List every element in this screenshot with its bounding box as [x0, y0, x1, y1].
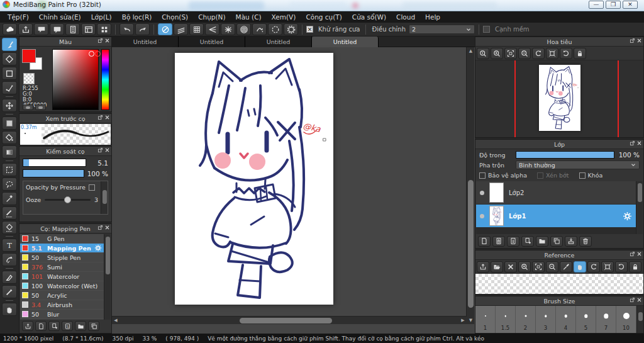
- brush-size-cell[interactable]: 2: [516, 306, 536, 333]
- brush-row[interactable]: 100 Watercolor (Wet): [20, 281, 104, 291]
- open-folder-button[interactable]: [491, 261, 503, 273]
- layers-header[interactable]: Lớp: [475, 140, 643, 149]
- upload-brush-button[interactable]: [22, 321, 33, 331]
- layer-visibility-icon[interactable]: [480, 214, 484, 218]
- document-tab[interactable]: Untitled: [112, 37, 179, 47]
- ooze-slider[interactable]: [45, 199, 91, 201]
- popout-icon[interactable]: [97, 38, 103, 43]
- comment-button[interactable]: [50, 23, 64, 35]
- menu-item-tpf[interactable]: Tệp(F): [3, 12, 34, 22]
- close-button[interactable]: ✕: [623, 1, 638, 9]
- polyline-tool-button[interactable]: [2, 81, 17, 94]
- radial-snap-button[interactable]: [221, 23, 235, 35]
- brush-row[interactable]: 376 Sumi: [20, 262, 104, 272]
- palette-grid-button[interactable]: [97, 23, 111, 35]
- document-tab[interactable]: Untitled: [179, 37, 245, 47]
- grid-snap-button[interactable]: [189, 23, 204, 35]
- script-brush-button[interactable]: [62, 321, 73, 331]
- layer-visibility-icon[interactable]: [480, 191, 484, 195]
- brush-size-cell[interactable]: 3: [536, 306, 556, 333]
- brush-settings-icon[interactable]: [94, 244, 102, 252]
- brush-size-scrollbar[interactable]: [636, 306, 643, 333]
- popout-icon[interactable]: [630, 140, 635, 146]
- color-panel-header[interactable]: Màu: [19, 37, 111, 47]
- material-panel-button[interactable]: [81, 23, 96, 35]
- protect-alpha-checkbox[interactable]: [479, 172, 486, 179]
- reference-view[interactable]: [475, 274, 643, 294]
- new-layer-button[interactable]: [478, 236, 491, 247]
- transparent-color-swatch[interactable]: [23, 73, 35, 84]
- menu-item-chpn[interactable]: Chụp(N): [193, 12, 230, 22]
- parallel-snap-button[interactable]: [174, 23, 188, 35]
- menu-item-chns[interactable]: Chọn(S): [157, 12, 193, 22]
- duplicate-brush-button[interactable]: [88, 321, 99, 331]
- fit-window-button[interactable]: [504, 48, 517, 59]
- brush-size-cell[interactable]: 1.5: [496, 306, 516, 333]
- move-tool-button[interactable]: [2, 99, 17, 112]
- merge-down-button[interactable]: [565, 236, 577, 247]
- brush-control-header[interactable]: Kiểm soát cọ: [19, 147, 111, 156]
- brush-folder-button[interactable]: [75, 321, 86, 331]
- ellipse-snap-button[interactable]: [268, 23, 282, 35]
- rotate-left-button[interactable]: [532, 48, 545, 59]
- concentric-snap-button[interactable]: [236, 23, 251, 35]
- close-icon[interactable]: [104, 225, 110, 230]
- popout-icon[interactable]: [97, 115, 103, 120]
- lock-view-button[interactable]: [629, 261, 641, 273]
- close-icon[interactable]: [636, 297, 642, 303]
- brush-row[interactable]: 50 Stipple Pen: [20, 253, 104, 262]
- brush-size-cell[interactable]: 10: [616, 306, 636, 333]
- add-layer-menu-button[interactable]: [521, 236, 534, 247]
- layer-row[interactable]: Lớp2: [476, 181, 636, 205]
- zoom-in-button[interactable]: [518, 261, 531, 273]
- undo-button[interactable]: [119, 23, 134, 35]
- new-8bit-layer-button[interactable]: [492, 236, 505, 247]
- eyedropper-button[interactable]: [560, 261, 572, 273]
- menu-item-xemv[interactable]: Xem(V): [267, 12, 301, 22]
- brush-size-header[interactable]: Brush Size: [475, 296, 643, 306]
- upload-button[interactable]: [477, 261, 489, 273]
- brush-row[interactable]: 50 Acrylic: [20, 291, 104, 300]
- new-1bit-layer-button[interactable]: [507, 236, 519, 247]
- new-brush-button[interactable]: [35, 321, 47, 331]
- maximize-button[interactable]: ❒: [606, 1, 621, 9]
- delete-layer-button[interactable]: [579, 236, 592, 247]
- brush-tool-button[interactable]: [2, 38, 17, 51]
- scroll-down-arrow[interactable]: ▼: [467, 317, 475, 324]
- select-pen-tool-button[interactable]: [2, 206, 17, 220]
- close-icon[interactable]: [636, 38, 642, 43]
- zoom-actual-button[interactable]: [477, 48, 489, 59]
- pen-tool-button[interactable]: [2, 271, 17, 284]
- brush-size-cell[interactable]: 7: [596, 306, 616, 333]
- hue-slider[interactable]: [101, 49, 109, 110]
- document-tab[interactable]: Untitled: [245, 37, 312, 47]
- menu-item-casw[interactable]: Cửa sổ(W): [347, 12, 391, 22]
- navigator-header[interactable]: Hoa tiêu: [475, 37, 643, 47]
- brush-row[interactable]: 101 Watercolor: [20, 272, 104, 281]
- ooze-slider-knob[interactable]: [64, 196, 71, 203]
- brush-control-scrollbar[interactable]: [101, 181, 108, 214]
- rotate-left-button[interactable]: [587, 261, 600, 273]
- canvas-horizontal-scrollbar[interactable]: ◀ ▶: [112, 316, 467, 324]
- clipping-checkbox[interactable]: [537, 172, 543, 179]
- soft-edge-checkbox[interactable]: [483, 26, 490, 33]
- layer-opacity-slider[interactable]: [516, 151, 614, 159]
- snap-settings-button[interactable]: [284, 23, 298, 35]
- canvas-hscroll-thumb[interactable]: [240, 318, 332, 323]
- layer-settings-icon[interactable]: [623, 211, 632, 221]
- brush-row[interactable]: 50 Blur: [20, 310, 104, 319]
- brush-preview-header[interactable]: Xem trước cọ: [19, 114, 111, 123]
- brush-size-slider[interactable]: [23, 159, 86, 167]
- brush-size-cell[interactable]: 4: [556, 306, 576, 333]
- menu-item-blcr[interactable]: Bộ lọc(R): [117, 12, 157, 22]
- brush-size-cell[interactable]: 1: [475, 306, 496, 333]
- reset-rotation-button[interactable]: [546, 48, 558, 59]
- new-brush-menu-button[interactable]: [48, 321, 60, 331]
- hand-tool-button[interactable]: [2, 303, 17, 316]
- close-icon[interactable]: [104, 147, 110, 153]
- document-tab-active[interactable]: Untitled: [312, 37, 379, 47]
- vanishing-point-snap-button[interactable]: [205, 23, 219, 35]
- navigator-view[interactable]: [475, 60, 643, 137]
- popout-icon[interactable]: [97, 147, 103, 153]
- close-icon[interactable]: [104, 115, 110, 120]
